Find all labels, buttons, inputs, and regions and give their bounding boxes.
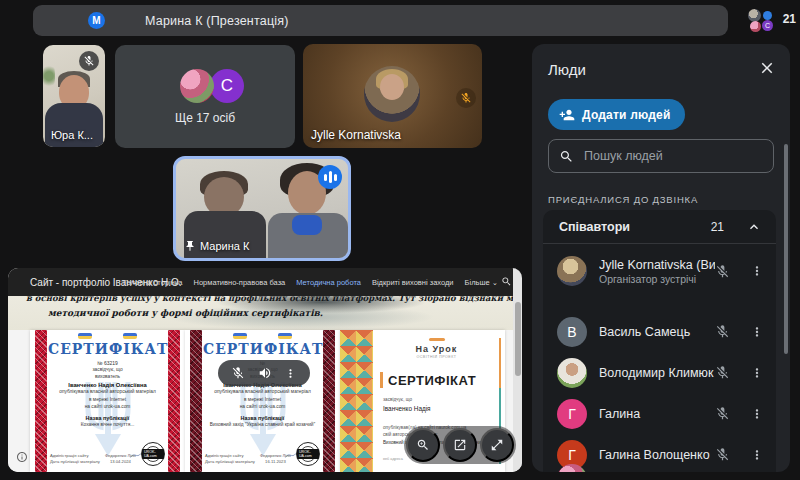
overflow-avatar-letter: C [210, 69, 244, 103]
participant-avatar [557, 358, 587, 388]
nav-item: Нормативно-правова база [193, 278, 285, 287]
volume-icon[interactable] [258, 366, 272, 380]
nav-item: Відкриті виховні заходи [372, 278, 454, 287]
mic-off-icon[interactable] [715, 406, 730, 421]
participant-row[interactable]: В Василь Самець [543, 311, 776, 352]
fullscreen-button[interactable] [480, 428, 514, 462]
participant-subtitle: Організатор зустрічі [599, 273, 715, 285]
contributors-card: Співавтори 21 Jylle Kornativska (Ви) Орг… [543, 210, 776, 472]
tile-name-label: Jylle Kornativska [311, 128, 401, 142]
participant-row[interactable]: Г Галина [543, 393, 776, 434]
mic-off-icon [79, 51, 99, 71]
cert-title: СЕРТИФІКАТ [388, 373, 476, 388]
info-icon[interactable] [16, 451, 28, 463]
naurok-logo: На Урок [382, 344, 491, 354]
zoom-in-button[interactable] [406, 428, 440, 462]
participant-avatar [557, 256, 587, 286]
nav-item: Головна сторінка [123, 278, 182, 287]
pin-icon [184, 240, 196, 252]
site-stamp: UROK-UA.com [141, 442, 165, 466]
add-people-button[interactable]: Додати людей [548, 99, 685, 130]
video-tile-maryna-active[interactable]: Марина К [173, 156, 351, 261]
handwriting-line-2: методичної роботи у формі офіційних серт… [48, 308, 323, 318]
handwriting-line-1: в основі критеріїв успіху у контексті на… [26, 296, 513, 303]
contributors-count: 21 [711, 220, 724, 234]
flag-ornament [278, 333, 292, 339]
site-nav: Головна сторінка Нормативно-правова база… [123, 268, 498, 296]
panel-scrollbar[interactable] [784, 144, 788, 354]
joined-section-label: ПРИЄДНАЛИСЯ ДО ДЗВІНКА [548, 194, 698, 205]
browser-tab[interactable]: М Марина К (Презентація) [33, 5, 728, 36]
search-input[interactable] [584, 149, 763, 163]
kebab-menu-icon[interactable] [750, 325, 764, 339]
participant-row[interactable]: Володимир Климюк [543, 352, 776, 393]
mini-avatar-3 [750, 21, 761, 32]
nav-item-more: Більше ⌄ [465, 278, 498, 287]
participant-avatar [557, 464, 587, 473]
person-add-icon [559, 107, 575, 123]
mic-off-icon[interactable] [231, 366, 245, 380]
mini-avatar-4: C [762, 20, 773, 31]
mic-off-icon[interactable] [715, 264, 730, 279]
jylle-avatar [364, 66, 420, 122]
shared-site-header: Сайт - портфоліо Іванченко Н.О. Головна … [8, 268, 522, 296]
participant-row[interactable]: Ганна Пироговська [543, 458, 776, 472]
mic-off-icon [456, 88, 476, 108]
certificate-urok-1: СЕРТИФІКАТ № 63219 засвідчує, що виховат… [30, 330, 185, 472]
presentation-view-controls [404, 426, 516, 464]
background-plant [43, 63, 55, 89]
kebab-menu-icon[interactable] [284, 367, 297, 380]
kebab-menu-icon[interactable] [750, 366, 764, 380]
contributors-header[interactable]: Співавтори 21 [543, 210, 776, 244]
tile-name-label: Марина К [184, 240, 249, 252]
cert-title: СЕРТИФІКАТ [48, 341, 167, 357]
audio-active-icon [318, 165, 342, 189]
participant-count: 21 [783, 12, 796, 26]
overflow-avatar-floral [180, 69, 214, 103]
search-icon [559, 149, 574, 164]
certificate-urok-2: СЕРТИФІКАТ № засвідчує, що вихователь Ів… [185, 330, 340, 472]
people-search[interactable] [548, 139, 774, 173]
flag-ornament [78, 333, 92, 339]
kebab-menu-icon[interactable] [750, 264, 764, 278]
meet-favicon: М [88, 12, 105, 29]
mic-off-icon[interactable] [715, 324, 730, 339]
watercolor-banner: в основі критеріїв успіху у контексті на… [8, 296, 513, 330]
tab-title: Марина К (Презентація) [145, 14, 289, 28]
participant-avatar: В [557, 317, 587, 347]
chevron-up-icon[interactable] [746, 219, 762, 235]
presentation-audio-controls[interactable] [218, 360, 310, 386]
video-tile-overflow[interactable]: C Ще 17 осіб [115, 45, 295, 148]
tile-name-label: Юра К... [51, 129, 93, 141]
panel-title: Люди [548, 61, 586, 78]
kebab-menu-icon[interactable] [750, 407, 764, 421]
cert-title: СЕРТИФІКАТ [203, 341, 322, 357]
participant-row[interactable]: Jylle Kornativska (Ви) Організатор зустр… [543, 248, 776, 294]
nav-item-active: Методична робота [296, 278, 361, 287]
cert-publication: Виховний захід "Україна славний край коз… [203, 421, 322, 428]
more-people-label: Ще 17 осіб [175, 111, 235, 125]
close-icon[interactable] [758, 59, 776, 77]
participant-avatar: Г [557, 399, 587, 429]
site-search-icon [501, 276, 512, 287]
flag-ornament [233, 333, 247, 339]
mini-avatar-2 [763, 11, 772, 20]
open-in-new-button[interactable] [443, 428, 477, 462]
presentation-tile[interactable]: Сайт - портфоліо Іванченко Н.О. Головна … [8, 268, 522, 472]
mosaic-ornament [340, 330, 373, 472]
site-stamp: UROK-UA.com [296, 442, 320, 466]
cert-recipient: Іванченко Надія [383, 405, 431, 412]
video-tile-yura[interactable]: Юра К... [43, 45, 105, 147]
video-tile-jylle[interactable]: Jylle Kornativska [303, 44, 482, 148]
kebab-menu-icon[interactable] [750, 472, 764, 473]
mic-off-icon[interactable] [715, 365, 730, 380]
participant-avatar-cluster[interactable]: C [748, 9, 782, 33]
people-panel: Люди Додати людей ПРИЄДНАЛИСЯ ДО ДЗВІНКА… [532, 44, 790, 472]
flag-ornament [123, 333, 137, 339]
mic-off-icon[interactable] [715, 471, 730, 472]
cert-publication: Кохання вічне почуття... [48, 421, 167, 428]
